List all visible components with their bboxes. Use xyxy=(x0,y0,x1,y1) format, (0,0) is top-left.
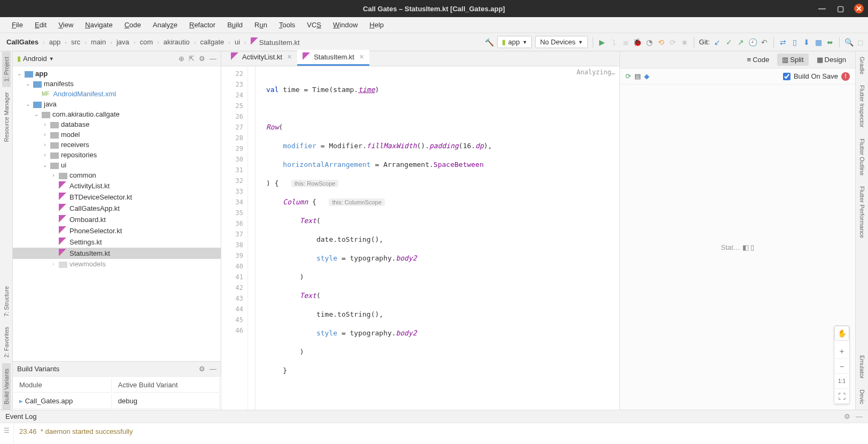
menu-window[interactable]: Window xyxy=(328,19,363,31)
sync-icon[interactable]: ⇄ xyxy=(779,38,787,47)
menu-vcs[interactable]: VCS xyxy=(301,19,327,31)
inspect-icon[interactable]: ◆ xyxy=(644,72,649,80)
hammer-icon[interactable]: 🔨 xyxy=(485,38,494,47)
tree-folder[interactable]: viewmodels xyxy=(69,260,106,268)
tree-folder[interactable]: common xyxy=(69,171,96,179)
bug-icon[interactable]: 🐞 xyxy=(633,38,642,47)
tree-folder[interactable]: repositories xyxy=(61,151,97,159)
editor-tab[interactable]: ActivityList.kt✕ xyxy=(226,50,297,66)
menu-run[interactable]: Run xyxy=(249,19,273,31)
menu-tools[interactable]: Tools xyxy=(274,19,300,31)
search-icon[interactable]: 🔍 xyxy=(844,38,853,47)
stripe-device[interactable]: Devic xyxy=(858,384,866,410)
view-design[interactable]: ▦ Design xyxy=(812,53,851,66)
tree-file[interactable]: BTDeviceSelector.kt xyxy=(69,193,132,201)
target-icon[interactable]: ⊕ xyxy=(179,55,184,63)
menu-analyze[interactable]: Analyze xyxy=(148,19,183,31)
stop-icon[interactable]: ■ xyxy=(680,38,689,47)
project-tree[interactable]: ⌄app ⌄manifests MFAndroidManifest.xml ⌄j… xyxy=(13,66,221,361)
zoom-fit-icon[interactable]: ⛶ xyxy=(834,389,849,404)
zoom-reset-icon[interactable]: 1:1 xyxy=(834,374,849,389)
bv-variant[interactable]: debug xyxy=(113,394,220,409)
tree-folder[interactable]: ui xyxy=(61,161,66,169)
revert-icon[interactable]: ↶ xyxy=(760,38,769,47)
zoom-out-icon[interactable]: − xyxy=(834,359,849,374)
crumb[interactable]: ui xyxy=(231,37,243,47)
hide-icon[interactable]: — xyxy=(210,365,216,373)
git-commit-icon[interactable]: ✓ xyxy=(725,38,733,47)
gear-icon[interactable]: ⚙ xyxy=(844,412,850,420)
git-update-icon[interactable]: ↙ xyxy=(713,38,722,47)
tree-file[interactable]: CallGatesApp.kt xyxy=(69,204,120,212)
collapse-icon[interactable]: ⇱ xyxy=(189,55,195,63)
apply-icon[interactable]: ⟳ xyxy=(669,38,677,47)
stripe-flutter-inspector[interactable]: Flutter Inspector xyxy=(858,80,866,133)
crumb[interactable]: com xyxy=(136,37,156,47)
menu-build[interactable]: Build xyxy=(222,19,248,31)
bookmark-icon[interactable]: ◧ xyxy=(742,243,749,251)
close-button[interactable]: ✕ xyxy=(854,4,864,13)
git-push-icon[interactable]: ↗ xyxy=(737,38,745,47)
attach-icon[interactable]: ⟲ xyxy=(657,38,665,47)
menu-help[interactable]: Help xyxy=(364,19,389,31)
view-split[interactable]: ▥ Split xyxy=(777,53,808,66)
stripe-gradle[interactable]: Gradle xyxy=(858,51,866,80)
crumb[interactable]: callgate xyxy=(197,37,227,47)
gear-icon[interactable]: ⚙ xyxy=(199,365,205,373)
avatar-icon[interactable]: ◻ xyxy=(856,38,865,47)
stripe-flutter-outline[interactable]: Flutter Outline xyxy=(858,133,866,181)
menu-code[interactable]: Code xyxy=(119,19,146,31)
stripe-flutter-performance[interactable]: Flutter Performance xyxy=(858,181,866,243)
clock-icon[interactable]: 🕘 xyxy=(748,38,757,47)
refresh-icon[interactable]: ⟳ xyxy=(625,72,631,80)
tree-manifest-file[interactable]: AndroidManifest.xml xyxy=(53,90,116,98)
menu-navigate[interactable]: Navigate xyxy=(80,19,118,31)
chevron-icon[interactable]: » xyxy=(5,442,9,444)
menu-view[interactable]: View xyxy=(53,19,79,31)
run-icon[interactable]: ▶ xyxy=(598,38,607,47)
avd-icon[interactable]: ▯ xyxy=(790,38,799,47)
tree-folder[interactable]: model xyxy=(61,131,80,139)
bv-module[interactable]: ▸ Call_Gates.app xyxy=(14,394,112,409)
layers-icon[interactable]: ▤ xyxy=(634,72,641,80)
tree-java[interactable]: java xyxy=(44,100,57,108)
tree-folder[interactable]: receivers xyxy=(61,141,89,149)
hide-icon[interactable]: — xyxy=(856,412,863,420)
close-icon[interactable]: ✕ xyxy=(359,53,364,60)
zoom-in-icon[interactable]: ＋ xyxy=(834,344,849,359)
hide-icon[interactable]: — xyxy=(210,55,216,63)
crumb[interactable]: src xyxy=(68,37,83,47)
tree-root[interactable]: app xyxy=(35,70,48,78)
stripe-build-variants[interactable]: Build Variants xyxy=(2,363,11,410)
tree-file[interactable]: Settings.kt xyxy=(69,238,102,246)
maximize-button[interactable]: ▢ xyxy=(836,4,844,13)
pm-icon[interactable]: ▦ xyxy=(814,38,823,47)
stripe-emulator[interactable]: Emulator xyxy=(858,350,866,384)
code-editor[interactable]: Analyzing… val time = Time(stamp.time) R… xyxy=(255,66,619,410)
device-dropdown[interactable]: No Devices ▼ xyxy=(535,36,587,48)
pan-icon[interactable]: ✋ xyxy=(834,326,849,341)
crumb[interactable]: main xyxy=(88,37,109,47)
profiler-icon[interactable]: ◔ xyxy=(645,38,654,47)
ext-icon[interactable]: ⬌ xyxy=(826,38,834,47)
crumb-project[interactable]: CallGates xyxy=(3,37,42,47)
tree-package[interactable]: com.akirautio.callgate xyxy=(52,110,120,118)
view-code[interactable]: ≡ Code xyxy=(742,53,774,66)
filter-icon[interactable]: ☰ xyxy=(4,427,10,434)
gear-icon[interactable]: ⚙ xyxy=(199,55,205,63)
crumb[interactable]: java xyxy=(113,37,133,47)
stripe-structure[interactable]: 7: Structure xyxy=(2,281,11,322)
error-badge[interactable]: ! xyxy=(841,72,850,81)
stripe-favorites[interactable]: 2: Favorites xyxy=(2,321,11,363)
stripe-project[interactable]: 1: Project xyxy=(2,51,11,87)
tree-folder[interactable]: database xyxy=(61,120,90,128)
line-gutter[interactable]: 2223242526272829303132333435363738394041… xyxy=(221,66,248,410)
coverage-icon[interactable]: ≣ xyxy=(622,38,630,47)
tree-file[interactable]: PhoneSelector.kt xyxy=(69,227,122,235)
tree-manifests[interactable]: manifests xyxy=(44,80,74,88)
run-config-dropdown[interactable]: ▮ app ▼ xyxy=(497,36,532,48)
tree-file-selected[interactable]: StatusItem.kt xyxy=(69,249,110,257)
menu-file[interactable]: File xyxy=(6,19,28,31)
tree-file[interactable]: Omboard.kt xyxy=(69,216,106,224)
crumb[interactable]: app xyxy=(46,37,64,47)
